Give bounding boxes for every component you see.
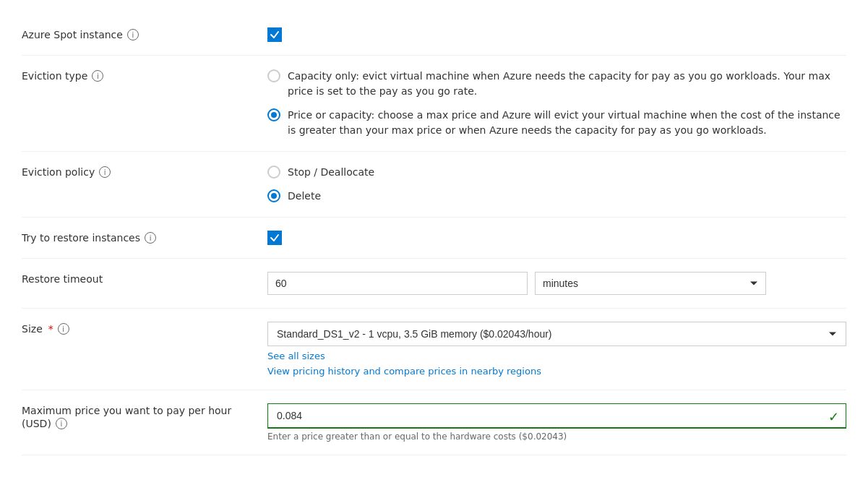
see-all-sizes-link[interactable]: See all sizes	[267, 351, 846, 361]
pricing-history-link[interactable]: View pricing history and compare prices …	[267, 366, 846, 377]
size-label-text: Size	[22, 323, 43, 335]
restore-timeout-label-text: Restore timeout	[22, 273, 103, 285]
size-select-wrapper: Standard_DS1_v2 - 1 vcpu, 3.5 GiB memory…	[267, 322, 846, 346]
eviction-policy-radio-delete[interactable]	[267, 189, 280, 202]
max-price-info-icon[interactable]: i	[56, 418, 67, 429]
eviction-type-option-capacity[interactable]: Capacity only: evict virtual machine whe…	[267, 69, 846, 99]
checkmark-icon	[270, 30, 280, 40]
size-required-star: *	[48, 323, 53, 335]
restore-timeout-input-row: minutes hours seconds	[267, 272, 846, 295]
max-price-label: Maximum price you want to pay per hour (…	[22, 403, 267, 429]
eviction-policy-info-icon[interactable]: i	[99, 166, 111, 178]
restore-timeout-control: minutes hours seconds	[267, 272, 846, 295]
eviction-type-label: Eviction type i	[22, 69, 267, 82]
eviction-policy-text-stop: Stop / Deallocate	[288, 165, 374, 180]
eviction-policy-row: Eviction policy i Stop / Deallocate Dele…	[22, 152, 846, 218]
size-select[interactable]: Standard_DS1_v2 - 1 vcpu, 3.5 GiB memory…	[267, 322, 846, 346]
restore-timeout-row: Restore timeout minutes hours seconds	[22, 259, 846, 309]
try-restore-control	[267, 231, 846, 245]
azure-spot-info-icon[interactable]: i	[127, 29, 139, 40]
max-price-usd-text: (USD)	[22, 418, 51, 429]
eviction-policy-radio-group: Stop / Deallocate Delete	[267, 165, 846, 204]
max-price-input[interactable]	[267, 403, 846, 429]
eviction-policy-label: Eviction policy i	[22, 165, 267, 178]
size-label: Size * i	[22, 322, 267, 335]
eviction-policy-radio-stop[interactable]	[267, 166, 280, 179]
max-price-control: ✓ Enter a price greater than or equal to…	[267, 403, 846, 442]
try-restore-row: Try to restore instances i	[22, 218, 846, 259]
try-restore-label: Try to restore instances i	[22, 231, 267, 244]
restore-timeout-label: Restore timeout	[22, 272, 267, 285]
eviction-policy-control: Stop / Deallocate Delete	[267, 165, 846, 204]
azure-spot-checkbox[interactable]	[267, 27, 282, 42]
eviction-type-radio-capacity[interactable]	[267, 69, 280, 82]
azure-spot-control	[267, 27, 846, 42]
max-price-row: Maximum price you want to pay per hour (…	[22, 390, 846, 455]
eviction-type-control: Capacity only: evict virtual machine whe…	[267, 69, 846, 138]
try-restore-info-icon[interactable]: i	[145, 232, 156, 244]
azure-spot-label-text: Azure Spot instance	[22, 29, 123, 40]
eviction-type-option-price[interactable]: Price or capacity: choose a max price an…	[267, 108, 846, 138]
eviction-policy-option-delete[interactable]: Delete	[267, 189, 846, 204]
valid-check-icon: ✓	[828, 408, 839, 424]
restore-timeout-unit-wrapper: minutes hours seconds	[535, 272, 766, 295]
eviction-type-radio-price[interactable]	[267, 108, 280, 121]
max-price-label-row2: (USD) i	[22, 418, 67, 429]
azure-spot-label: Azure Spot instance i	[22, 27, 267, 40]
size-info-icon[interactable]: i	[58, 323, 69, 335]
max-price-label-text: Maximum price you want to pay per hour	[22, 405, 231, 416]
try-restore-checkbox[interactable]	[267, 231, 282, 245]
eviction-type-text-price: Price or capacity: choose a max price an…	[288, 108, 846, 138]
restore-timeout-input[interactable]	[267, 272, 528, 295]
eviction-type-row: Eviction type i Capacity only: evict vir…	[22, 56, 846, 152]
eviction-policy-option-stop[interactable]: Stop / Deallocate	[267, 165, 846, 180]
eviction-type-info-icon[interactable]: i	[92, 70, 103, 82]
azure-spot-row: Azure Spot instance i	[22, 14, 846, 56]
eviction-type-radio-group: Capacity only: evict virtual machine whe…	[267, 69, 846, 138]
max-price-label-row: Maximum price you want to pay per hour	[22, 405, 231, 416]
max-price-hint: Enter a price greater than or equal to t…	[267, 432, 846, 442]
max-price-input-wrapper: ✓	[267, 403, 846, 429]
eviction-policy-label-text: Eviction policy	[22, 166, 95, 178]
checkmark-icon-2	[270, 233, 280, 243]
restore-timeout-unit-select[interactable]: minutes hours seconds	[535, 272, 766, 295]
size-control: Standard_DS1_v2 - 1 vcpu, 3.5 GiB memory…	[267, 322, 846, 377]
eviction-type-label-text: Eviction type	[22, 70, 87, 82]
size-row: Size * i Standard_DS1_v2 - 1 vcpu, 3.5 G…	[22, 309, 846, 390]
eviction-policy-text-delete: Delete	[288, 189, 321, 204]
eviction-type-text-capacity: Capacity only: evict virtual machine whe…	[288, 69, 846, 99]
max-price-label-multiline: Maximum price you want to pay per hour (…	[22, 405, 231, 429]
try-restore-label-text: Try to restore instances	[22, 232, 140, 244]
